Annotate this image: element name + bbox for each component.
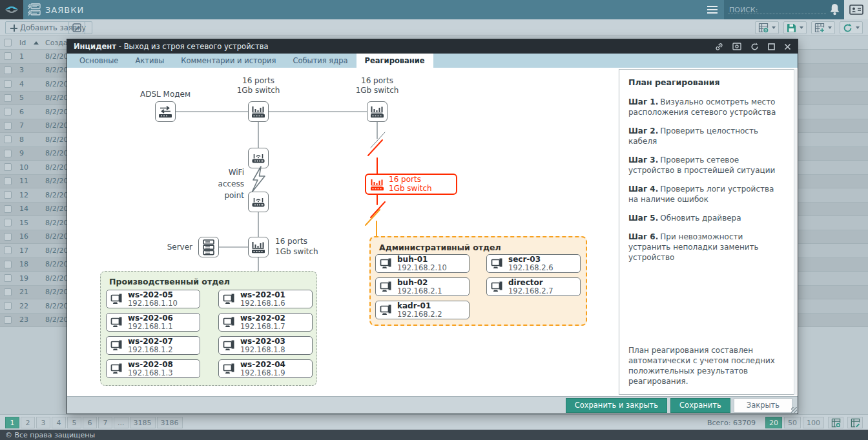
- plan-auto-note: План реагирования составлен автоматическ…: [628, 345, 785, 386]
- page-button[interactable]: 7: [98, 417, 112, 428]
- switch-right-node[interactable]: [367, 101, 388, 122]
- app-logo[interactable]: [0, 0, 23, 19]
- row-checkbox[interactable]: [4, 191, 12, 199]
- panel-scrollbar[interactable]: [794, 69, 797, 395]
- workstation-card[interactable]: buh-01192.168.2.10: [375, 254, 470, 273]
- edit-request-button[interactable]: [68, 21, 85, 34]
- row-checkbox[interactable]: [4, 177, 12, 185]
- workstation-card[interactable]: secr-03192.168.2.6: [486, 254, 581, 273]
- server-node[interactable]: [198, 237, 219, 257]
- failed-switch-node[interactable]: 16 ports1Gb switch: [365, 174, 457, 195]
- modal-titlebar-icons: [715, 43, 791, 51]
- workstation-card[interactable]: buh-02192.168.2.1: [375, 277, 470, 296]
- table-export-button[interactable]: [847, 417, 863, 428]
- row-checkbox[interactable]: [4, 261, 12, 268]
- row-checkbox[interactable]: [4, 66, 12, 74]
- maximize-icon[interactable]: [768, 43, 775, 50]
- row-checkbox[interactable]: [4, 233, 12, 241]
- modal-title-prefix: Инцидент: [74, 42, 116, 51]
- workstation-card[interactable]: ws-202-07192.168.1.2: [106, 336, 200, 355]
- page-button[interactable]: 4: [52, 417, 66, 428]
- switch-bottom-node[interactable]: [248, 237, 269, 257]
- page-button[interactable]: 2: [21, 417, 35, 428]
- page-button[interactable]: 3: [36, 417, 50, 428]
- sort-asc-icon: [34, 41, 39, 45]
- workstation-card[interactable]: kadr-01192.168.2.2: [375, 301, 470, 319]
- row-checkbox[interactable]: [4, 274, 12, 282]
- refresh-icon[interactable]: [750, 43, 759, 51]
- search-input[interactable]: [728, 14, 826, 14]
- row-checkbox[interactable]: [4, 219, 12, 226]
- dropdown-caret-icon: [856, 26, 860, 29]
- row-checkbox[interactable]: [4, 52, 12, 60]
- menu-button[interactable]: [701, 0, 724, 19]
- row-checkbox[interactable]: [4, 163, 12, 171]
- page-size-100[interactable]: 100: [803, 417, 824, 428]
- adsl-modem-node[interactable]: [155, 101, 176, 122]
- workstation-card[interactable]: ws-202-04192.168.1.9: [218, 359, 313, 378]
- close-icon[interactable]: [784, 43, 791, 50]
- workstation-card[interactable]: ws-202-05192.168.1.10: [106, 290, 200, 308]
- page-button[interactable]: 6: [83, 417, 97, 428]
- switch-bottom-label: 16 ports1Gb switch: [275, 236, 337, 257]
- wireless-link-bolt-icon: [249, 166, 268, 193]
- save-view-button[interactable]: [783, 21, 807, 34]
- monitor-icon: [110, 340, 123, 351]
- page-ellipsis[interactable]: ...: [114, 417, 129, 428]
- column-header-id[interactable]: Id: [15, 36, 43, 49]
- workstation-card[interactable]: ws-202-06192.168.1.1: [106, 313, 200, 332]
- row-checkbox[interactable]: [4, 205, 12, 213]
- page-size-50[interactable]: 50: [784, 417, 801, 428]
- modal-titlebar[interactable]: Инцидент - Выход из строя сетевого устро…: [67, 39, 798, 54]
- row-checkbox[interactable]: [4, 150, 12, 157]
- pagination-right: Всего: 63709 20 50 100: [707, 417, 863, 428]
- plan-step: Шаг 3.Проверить сетевое устройство в про…: [628, 155, 785, 175]
- table-options-button[interactable]: [811, 21, 835, 34]
- grid-settings-button[interactable]: [755, 21, 779, 34]
- select-all-checkbox[interactable]: [4, 39, 12, 46]
- row-checkbox[interactable]: [4, 122, 12, 130]
- tab-comments-history[interactable]: Комментарии и история: [172, 54, 284, 68]
- row-checkbox[interactable]: [4, 94, 12, 102]
- table-settings-button[interactable]: [828, 417, 843, 428]
- page-button[interactable]: 3186: [157, 417, 183, 428]
- copyright-label: © Все права защищены: [5, 431, 95, 439]
- row-checkbox[interactable]: [4, 135, 12, 143]
- page-button[interactable]: 5: [67, 417, 81, 428]
- workstation-card[interactable]: ws-202-08192.168.1.3: [106, 359, 200, 378]
- page-size-20[interactable]: 20: [765, 417, 782, 428]
- plan-title: План реагирования: [628, 77, 785, 87]
- tab-core-events[interactable]: События ядра: [284, 54, 356, 68]
- monitor-icon: [110, 317, 123, 328]
- page-button[interactable]: 1: [5, 417, 19, 428]
- wifi-router-node-2[interactable]: [248, 192, 269, 212]
- close-button[interactable]: Закрыть: [734, 398, 792, 413]
- refresh-button[interactable]: [840, 21, 863, 34]
- save-and-close-button[interactable]: Сохранить и закрыть: [566, 398, 667, 413]
- workstation-card[interactable]: ws-202-03192.168.1.8: [218, 336, 313, 355]
- total-count-label: Всего: 63709: [707, 419, 756, 427]
- link-icon[interactable]: [715, 43, 723, 51]
- footer: © Все права защищены: [0, 430, 868, 440]
- save-button[interactable]: Сохранить: [670, 398, 730, 413]
- workstation-card[interactable]: ws-202-02192.168.1.7: [218, 313, 313, 332]
- tab-assets[interactable]: Активы: [127, 54, 172, 68]
- switch-top-node[interactable]: [248, 101, 269, 122]
- row-checkbox[interactable]: [4, 316, 12, 324]
- workstation-card[interactable]: ws-202-01192.168.1.6: [218, 290, 313, 308]
- plan-step: Шаг 2.Проверить целостность кабеля: [628, 126, 785, 146]
- profile-button[interactable]: [844, 0, 868, 19]
- row-checkbox[interactable]: [4, 246, 12, 254]
- resize-grip[interactable]: [791, 407, 797, 413]
- row-checkbox[interactable]: [4, 108, 12, 115]
- snapshot-icon[interactable]: [732, 43, 741, 50]
- row-checkbox[interactable]: [4, 302, 12, 310]
- tab-main[interactable]: Основные: [71, 54, 127, 68]
- switch-icon: [251, 105, 265, 118]
- notifications-bell-icon[interactable]: [829, 3, 840, 18]
- tab-response[interactable]: Реагирование: [356, 54, 433, 68]
- workstation-card[interactable]: director192.168.2.7: [486, 277, 581, 296]
- row-checkbox[interactable]: [4, 288, 12, 296]
- row-checkbox[interactable]: [4, 80, 12, 88]
- page-button[interactable]: 3185: [130, 417, 156, 428]
